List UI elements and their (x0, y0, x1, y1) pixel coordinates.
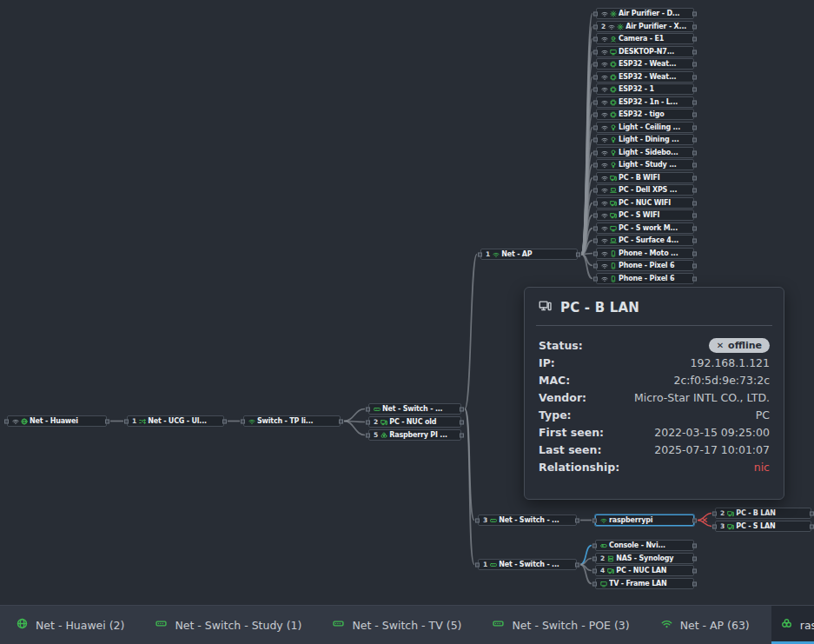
edge-ap-d21 (581, 255, 592, 279)
graph-node-d15[interactable]: PC - NUC WIFI (596, 197, 694, 209)
pc-icon (610, 200, 617, 207)
node-label: Phone - Pixel 6 (619, 262, 690, 269)
detail-label: MAC: (539, 374, 570, 387)
graph-node-ap[interactable]: 1Net - AP (480, 249, 578, 260)
node-label: Phone - Moto ... (619, 249, 690, 257)
tab-net-switch-tv[interactable]: Net - Switch - TV (5) (323, 606, 471, 644)
graph-node-d20[interactable]: Phone - Pixel 6 (596, 260, 694, 271)
wifi-icon (601, 99, 608, 106)
graph-node-nas[interactable]: 2NAS - Synology (595, 553, 694, 564)
graph-node-ucg[interactable]: 1Net - UCG - Ul... (127, 415, 224, 427)
wifi-icon (661, 618, 672, 629)
tab-net-switch-study[interactable]: Net - Switch - Study (1) (146, 606, 311, 644)
node-label: Net - UCG - Ul... (148, 417, 220, 425)
switch-icon (333, 618, 344, 629)
detail-row-first-seen: First seen: 2022-03-15 09:25:00 (539, 423, 770, 441)
graph-node-d16[interactable]: PC - S WIFI (596, 209, 694, 221)
raspberry-icon (381, 432, 387, 439)
graph-node-d6[interactable]: ESP32 - 1 (596, 83, 694, 95)
graph-node-pcb[interactable]: 2PC - B LAN (715, 508, 811, 519)
detail-row-mac: MAC: 2c:f0:5d:9e:73:2c (539, 371, 770, 388)
graph-node-d21[interactable]: Phone - Pixel 6 (596, 273, 694, 284)
port-right (692, 100, 697, 104)
node-label: PC - Surface 4... (619, 236, 690, 244)
graph-node-d19[interactable]: Phone - Moto ... (596, 248, 694, 259)
graph-node-tvframe[interactable]: TV - Frame LAN (595, 578, 694, 589)
chip-icon (610, 61, 617, 68)
camera-icon (610, 36, 617, 43)
port-right (692, 11, 697, 16)
graph-node-d11[interactable]: Light - Sidebo... (596, 147, 694, 158)
graph-node-console[interactable]: Console - Nvi... (595, 540, 694, 551)
port-left (592, 581, 597, 586)
tab-net-huawei[interactable]: Net - Huawei (2) (7, 606, 134, 644)
graph-node-d17[interactable]: PC - S work M... (596, 222, 694, 234)
edge-tp-nucold (344, 422, 365, 422)
port-left (124, 419, 129, 423)
edge-sw2-nas (580, 559, 592, 565)
port-right (460, 420, 464, 424)
tab-net-ap[interactable]: Net - AP (63) (652, 606, 759, 644)
node-label: Net - Switch - ... (382, 405, 457, 413)
graph-node-sw1[interactable]: 3Net - Switch - ... (478, 515, 577, 526)
port-left (593, 213, 598, 217)
graph-node-d12[interactable]: Light - Study ... (596, 159, 694, 170)
port-number: 2 (601, 23, 606, 30)
graph-node-d9[interactable]: Light - Ceiling ... (596, 122, 694, 133)
edge-ap-d0 (581, 14, 592, 255)
graph-node-nuclan[interactable]: 4PC - NUC LAN (595, 565, 694, 576)
graph-node-tp[interactable]: Switch - TP li... (243, 415, 341, 427)
broken-link-x-icon: ✕ (701, 515, 708, 525)
detail-value: Micro-Star INTL CO., LTD. (634, 391, 770, 404)
wifi-icon (248, 418, 255, 425)
laptop-icon (610, 237, 617, 244)
network-topology-canvas[interactable]: ✕ Net - Huawei1Net - UCG - Ul...Switch -… (0, 0, 814, 644)
port-left (593, 37, 598, 41)
graph-node-rpiold[interactable]: 5Raspberry PI ... (368, 429, 461, 441)
port-number: 5 (374, 431, 378, 439)
tab-net-switch-poe[interactable]: Net - Switch - POE (3) (483, 606, 639, 644)
port-right (692, 518, 697, 522)
detail-row-vendor: Vendor: Micro-Star INTL CO., LTD. (539, 388, 770, 406)
graph-node-d8[interactable]: ESP32 - tigo (596, 109, 694, 120)
wifi-icon (601, 136, 608, 143)
port-right (692, 543, 697, 548)
port-left (593, 125, 598, 129)
graph-node-d13[interactable]: PC - B WIFI (596, 172, 694, 183)
graph-node-nucold[interactable]: 2PC - NUC old (368, 416, 461, 428)
edge-ap-d13 (581, 178, 592, 255)
graph-node-d14[interactable]: PC - Dell XPS ... (596, 184, 694, 196)
graph-node-d2[interactable]: Camera - E1 (596, 33, 694, 44)
node-label: raspberrypi (609, 516, 690, 524)
detail-label: IP: (539, 356, 555, 369)
graph-node-d1[interactable]: 2Air Purifier - X... (596, 21, 694, 32)
bulb-icon (610, 149, 617, 156)
detail-value: nic (754, 461, 770, 474)
tab-raspberrypi[interactable]: raspberrypi (2) (771, 606, 814, 644)
graph-node-huawei[interactable]: Net - Huawei (7, 415, 107, 427)
graph-node-rpi[interactable]: raspberrypi (595, 515, 694, 526)
port-right (692, 75, 697, 79)
graph-node-d18[interactable]: PC - Surface 4... (596, 235, 694, 246)
tab-label: Net - Switch - POE (3) (512, 619, 629, 632)
graph-node-sw2[interactable]: 1Net - Switch - ... (478, 559, 577, 570)
popup-rows: Status: ✕offline IP: 192.168.1.121 MAC: … (525, 326, 784, 484)
node-label: PC - B LAN (736, 509, 807, 517)
port-number: 3 (483, 516, 487, 524)
graph-node-d10[interactable]: Light - Dining ... (596, 134, 694, 145)
port-right (692, 163, 697, 167)
graph-node-swtop[interactable]: Net - Switch - ... (368, 403, 461, 415)
edge-swtop-sw1 (465, 409, 474, 521)
graph-node-d0[interactable]: Air Purifier - D... (596, 8, 694, 19)
port-right (576, 252, 580, 256)
graph-node-d5[interactable]: ESP32 - Weat... (596, 71, 694, 83)
graph-node-d7[interactable]: ESP32 - 1n - L... (596, 96, 694, 108)
graph-node-d3[interactable]: DESKTOP-N7... (596, 46, 694, 57)
graph-node-d4[interactable]: ESP32 - Weat... (596, 58, 694, 70)
detail-label: Last seen: (539, 443, 601, 456)
graph-node-pcs[interactable]: 3PC - S LAN (715, 521, 811, 532)
port-left (593, 188, 598, 192)
edge-ap-d20 (581, 255, 592, 266)
port-right (692, 50, 697, 54)
edge-ap-d9 (581, 128, 592, 255)
